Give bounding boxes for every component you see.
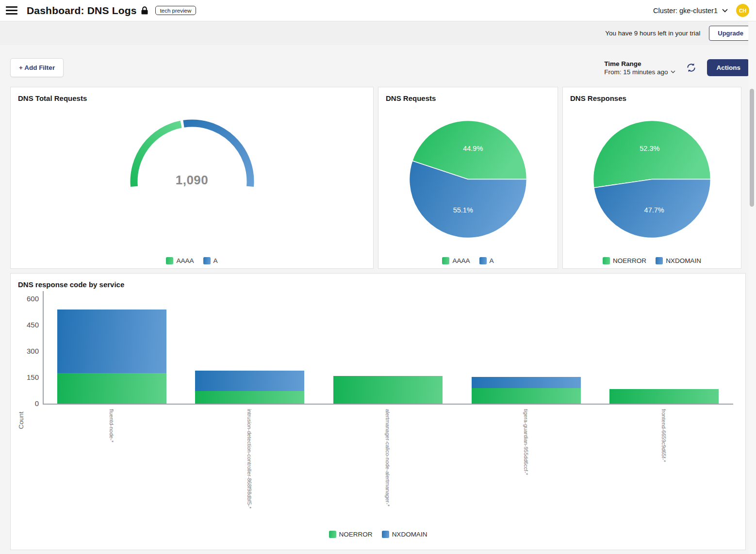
pie-svg — [409, 120, 527, 239]
gauge-chart[interactable]: 1,090 — [129, 116, 255, 191]
y-tick-label: 0 — [11, 399, 39, 407]
bar-segment-noerror[interactable] — [472, 388, 581, 404]
legend-swatch — [329, 531, 336, 538]
legend-item-aaaa[interactable]: AAAA — [442, 257, 470, 264]
pie-svg — [592, 120, 711, 239]
x-axis-label: alertmanager-calico-node-alertmanager-* — [385, 409, 391, 506]
time-range-title: Time Range — [604, 60, 675, 67]
trial-banner: You have 9 hours left in your trial Upgr… — [0, 21, 756, 45]
bar-segment-noerror[interactable] — [609, 389, 719, 404]
legend-label: A — [490, 257, 494, 264]
bar-segment-nxdomain[interactable] — [195, 371, 304, 391]
dns-total-requests-card: DNS Total Requests 1,090 AAAAA — [10, 87, 374, 269]
legend-label: NOERROR — [613, 257, 646, 264]
header-right: Cluster: gke-cluster1 CH — [653, 4, 750, 17]
summary-cards-row: DNS Total Requests 1,090 AAAAA DNS Reque… — [10, 87, 746, 269]
header-left: Dashboard: DNS Logs tech preview — [6, 5, 196, 16]
pie-slice-noerror — [593, 121, 711, 188]
x-axis-label: fluentd-node-* — [109, 409, 115, 442]
menu-icon[interactable] — [6, 5, 17, 16]
legend-label: A — [214, 257, 218, 264]
chart-legend: NOERRORNXDOMAIN — [11, 531, 745, 538]
tech-preview-badge: tech preview — [155, 6, 197, 15]
cluster-selector[interactable]: Cluster: gke-cluster1 — [653, 7, 728, 15]
y-tick-label: 300 — [11, 347, 39, 355]
legend-swatch — [166, 257, 173, 264]
legend-swatch — [442, 257, 449, 264]
scrollbar-track[interactable] — [748, 21, 756, 554]
scrollbar-thumb[interactable] — [750, 89, 754, 207]
pie-percent-label: 55.1% — [453, 206, 473, 214]
pie-percent-label: 47.7% — [644, 206, 664, 214]
bar-segment-noerror[interactable] — [333, 376, 443, 404]
y-axis-title: Count — [17, 406, 25, 435]
card-title: DNS Total Requests — [18, 94, 373, 102]
toolbar-right: Time Range From: 15 minutes ago Actions — [604, 59, 750, 76]
legend-item-a[interactable]: A — [203, 257, 218, 264]
dashboard-toolbar: + Add Filter Time Range From: 15 minutes… — [10, 58, 750, 77]
legend-swatch — [603, 257, 610, 264]
legend-label: AAAA — [452, 257, 470, 264]
avatar[interactable]: CH — [736, 4, 749, 17]
chart-legend: AAAAA — [11, 257, 373, 264]
page-title: Dashboard: DNS Logs — [27, 5, 137, 16]
bar-segment-noerror[interactable] — [195, 391, 304, 404]
pie-chart[interactable]: 44.9%55.1% — [409, 120, 527, 239]
x-axis-label: tigera-guardian-955dd6ccf-* — [523, 409, 529, 475]
pie-percent-label: 44.9% — [463, 145, 483, 152]
legend-label: AAAA — [176, 257, 194, 264]
bar-segment-noerror[interactable] — [57, 373, 166, 404]
lock-icon — [141, 6, 148, 15]
y-axis-line — [43, 291, 44, 405]
card-title: DNS Responses — [570, 94, 741, 102]
y-tick-label: 150 — [11, 373, 39, 381]
x-axis-label: intrusion-detection-controller-868f98dbf… — [247, 409, 252, 508]
legend-swatch — [203, 257, 211, 264]
x-axis-label: frontend-6659c9d65f-* — [661, 409, 667, 462]
cluster-label: Cluster: gke-cluster1 — [653, 7, 718, 15]
upgrade-button[interactable]: Upgrade — [709, 26, 752, 41]
dns-response-code-card: DNS response code by service Count NOERR… — [10, 273, 746, 550]
dns-requests-card: DNS Requests 44.9%55.1% AAAAA — [378, 87, 558, 269]
y-tick-label: 450 — [11, 321, 39, 329]
pie-chart[interactable]: 52.3%47.7% — [592, 120, 711, 239]
legend-item-noerror[interactable]: NOERROR — [603, 257, 646, 264]
legend-item-nxdomain[interactable]: NXDOMAIN — [656, 257, 701, 264]
chevron-down-icon — [722, 9, 728, 13]
legend-label: NXDOMAIN — [392, 531, 427, 538]
chart-legend: NOERRORNXDOMAIN — [563, 257, 741, 264]
app-header: Dashboard: DNS Logs tech preview Cluster… — [0, 0, 756, 21]
legend-item-noerror[interactable]: NOERROR — [329, 531, 373, 538]
legend-item-a[interactable]: A — [479, 257, 494, 264]
x-axis-line — [43, 404, 733, 405]
y-tick-label: 600 — [11, 294, 39, 303]
chevron-down-icon — [671, 70, 675, 74]
trial-message: You have 9 hours left in your trial — [605, 30, 700, 37]
bar-segment-nxdomain[interactable] — [472, 377, 581, 388]
pie-percent-label: 52.3% — [640, 145, 659, 152]
bar-segment-nxdomain[interactable] — [57, 310, 166, 373]
legend-swatch — [382, 531, 389, 538]
legend-label: NOERROR — [339, 531, 373, 538]
actions-button[interactable]: Actions — [707, 59, 750, 76]
card-title: DNS Requests — [386, 94, 558, 102]
legend-swatch — [656, 257, 663, 264]
time-range-value: From: 15 minutes ago — [604, 68, 668, 76]
card-title: DNS response code by service — [18, 280, 745, 289]
refresh-icon[interactable] — [686, 63, 696, 73]
legend-swatch — [479, 257, 487, 264]
dns-responses-card: DNS Responses 52.3%47.7% NOERRORNXDOMAIN — [562, 87, 741, 269]
gauge-value: 1,090 — [129, 173, 255, 188]
legend-item-aaaa[interactable]: AAAA — [166, 257, 194, 264]
add-filter-button[interactable]: + Add Filter — [10, 58, 64, 77]
time-range-selector[interactable]: Time Range From: 15 minutes ago — [604, 60, 675, 76]
legend-item-nxdomain[interactable]: NXDOMAIN — [382, 531, 427, 538]
chart-legend: AAAAA — [378, 257, 558, 264]
legend-label: NXDOMAIN — [666, 257, 701, 264]
